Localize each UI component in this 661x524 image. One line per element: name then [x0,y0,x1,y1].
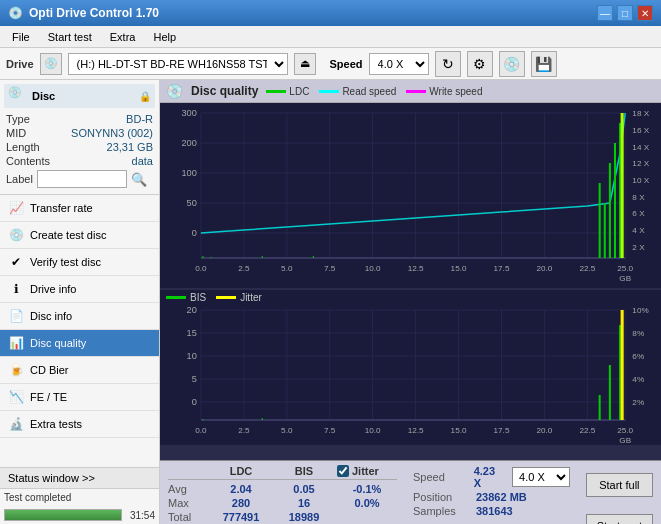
speed-select-stats[interactable]: 4.0 X [512,467,570,487]
progress-bar [4,509,122,521]
position-row: Position 23862 MB [413,491,570,503]
svg-text:25.0: 25.0 [617,426,633,435]
bis-jitter-header: BIS Jitter [160,290,661,305]
status-window-button[interactable]: Status window >> [0,468,159,489]
maximize-button[interactable]: □ [617,5,633,21]
sidebar: 💿 Disc 🔒 Type BD-R MID SONYNN3 (002) Len… [0,80,160,524]
nav-verify-test-disc[interactable]: ✔ Verify test disc [0,249,159,276]
stat-bis-header: BIS [279,465,329,477]
create-test-disc-icon: 💿 [8,227,24,243]
max-label: Max [168,497,203,509]
speed-select[interactable]: 4.0 X [369,53,429,75]
svg-text:10%: 10% [632,306,648,315]
disc-button[interactable]: 💿 [499,51,525,77]
legend-bis-label: BIS [190,292,206,303]
disc-label-input[interactable] [37,170,127,188]
svg-text:2 X: 2 X [632,243,645,252]
jitter-checkbox[interactable] [337,465,349,477]
disc-type-label: Type [6,113,30,125]
jitter-check-row: Jitter [337,465,379,477]
stats-bar: LDC BIS Jitter Avg 2.04 0.05 -0.1% Max 2… [160,460,661,524]
nav-drive-info-label: Drive info [30,283,76,295]
svg-text:7.5: 7.5 [324,264,336,273]
settings-button[interactable]: ⚙ [467,51,493,77]
svg-text:5: 5 [192,374,197,384]
label-search-icon[interactable]: 🔍 [131,172,147,187]
svg-text:6 X: 6 X [632,209,645,218]
drive-select[interactable]: (H:) HL-DT-ST BD-RE WH16NS58 TST4 [68,53,288,75]
drive-icon-button[interactable]: 💿 [40,53,62,75]
status-window-label: Status window >> [8,472,95,484]
disc-quality-icon-header: 💿 [166,83,183,99]
svg-text:22.5: 22.5 [579,264,595,273]
svg-text:5.0: 5.0 [281,426,293,435]
verify-test-disc-icon: ✔ [8,254,24,270]
save-button[interactable]: 💾 [531,51,557,77]
disc-length-label: Length [6,141,40,153]
disc-quality-icon: 📊 [8,335,24,351]
svg-text:4%: 4% [632,375,644,384]
disc-mid-value: SONYNN3 (002) [71,127,153,139]
svg-text:17.5: 17.5 [494,426,510,435]
stats-header-row: LDC BIS Jitter [168,465,397,480]
status-text: Test completed [4,492,71,503]
extra-tests-icon: 🔬 [8,416,24,432]
nav-transfer-rate[interactable]: 📈 Transfer rate [0,195,159,222]
progress-bar-fill [5,510,121,520]
legend-jitter-label: Jitter [240,292,262,303]
legend-ldc: LDC [266,86,309,97]
nav-disc-quality[interactable]: 📊 Disc quality [0,330,159,357]
svg-text:0.0: 0.0 [195,426,207,435]
svg-text:5.0: 5.0 [281,264,293,273]
svg-text:10: 10 [187,351,197,361]
disc-icon: 💿 [8,86,28,106]
legend-jitter: Jitter [216,292,262,303]
stats-avg-row: Avg 2.04 0.05 -0.1% [168,483,397,495]
nav-create-test-disc[interactable]: 💿 Create test disc [0,222,159,249]
legend-bis: BIS [166,292,206,303]
svg-text:15.0: 15.0 [451,264,467,273]
title-bar: 💿 Opti Drive Control 1.70 — □ ✕ [0,0,661,26]
svg-text:10.0: 10.0 [365,426,381,435]
refresh-button[interactable]: ↻ [435,51,461,77]
nav-verify-test-disc-label: Verify test disc [30,256,101,268]
drive-label: Drive [6,58,34,70]
menu-help[interactable]: Help [145,29,184,45]
legend-upper: LDC Read speed Write speed [266,86,482,97]
start-full-button[interactable]: Start full [586,473,653,497]
status-progress-row: Test completed [0,489,159,506]
legend-write-speed-label: Write speed [429,86,482,97]
menu-file[interactable]: File [4,29,38,45]
svg-text:15: 15 [187,328,197,338]
disc-extra-icon: 🔒 [139,91,151,102]
legend-read-speed-color [319,90,339,93]
svg-text:25.0: 25.0 [617,264,633,273]
svg-text:4 X: 4 X [632,226,645,235]
minimize-button[interactable]: — [597,5,613,21]
max-bis: 16 [279,497,329,509]
nav-extra-tests[interactable]: 🔬 Extra tests [0,411,159,438]
svg-text:100: 100 [181,168,196,178]
main-layout: 💿 Disc 🔒 Type BD-R MID SONYNN3 (002) Len… [0,80,661,524]
action-buttons: Start full Start part [578,461,661,524]
svg-text:12.5: 12.5 [408,264,424,273]
nav-cd-bier[interactable]: 🍺 CD Bier [0,357,159,384]
menu-extra[interactable]: Extra [102,29,144,45]
menu-start-test[interactable]: Start test [40,29,100,45]
disc-panel: 💿 Disc 🔒 Type BD-R MID SONYNN3 (002) Len… [0,80,159,195]
disc-panel-header: 💿 Disc 🔒 [4,84,155,108]
nav-drive-info[interactable]: ℹ Drive info [0,276,159,303]
avg-bis: 0.05 [279,483,329,495]
chart-lower: 20 15 10 5 0 10% 8% 6% 4% 2% 0.0 2.5 5.0… [160,305,661,460]
svg-text:7.5: 7.5 [324,426,336,435]
disc-type-value: BD-R [126,113,153,125]
nav-fe-te[interactable]: 📉 FE / TE [0,384,159,411]
nav-disc-info[interactable]: 📄 Disc info [0,303,159,330]
lower-chart-svg: 20 15 10 5 0 10% 8% 6% 4% 2% 0.0 2.5 5.0… [160,305,661,445]
disc-section-label: Disc [32,90,55,102]
position-value: 23862 MB [476,491,527,503]
start-part-button[interactable]: Start part [586,514,653,524]
eject-button[interactable]: ⏏ [294,53,316,75]
close-button[interactable]: ✕ [637,5,653,21]
chart-upper: 300 200 100 50 0 18 X 16 X 14 X 12 X 10 … [160,103,661,290]
